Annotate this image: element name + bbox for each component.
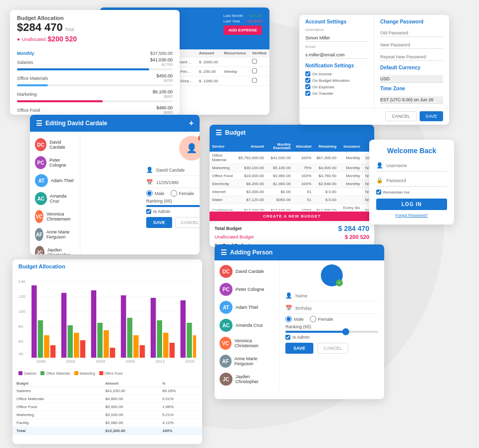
unallocated-amount: $ 200 520: [345, 234, 369, 240]
last-month-label: Last Month: [224, 13, 243, 18]
budget-unallocated-label: Unallocated: [22, 37, 46, 42]
edit-cancel-button[interactable]: CANCEL: [175, 217, 200, 228]
bt-col-remaining: Remaining: [314, 141, 339, 152]
notification-item[interactable]: On Transfer: [305, 91, 368, 96]
bt-col-amount: Amount: [236, 141, 266, 152]
change-password-title: Change Password: [380, 19, 443, 24]
chart-data-table: Budget Amount % Salaries $41,030.00 89.2…: [12, 380, 202, 435]
username-login-input[interactable]: [386, 163, 447, 168]
edit-save-button[interactable]: SAVE: [146, 217, 172, 228]
notification-item[interactable]: On Expense: [305, 84, 368, 89]
user-avatar: AT: [35, 174, 48, 187]
create-budget-button[interactable]: CREATE A NEW BUDGET: [210, 212, 374, 221]
new-password-input[interactable]: [380, 41, 443, 49]
password-login-input[interactable]: [386, 178, 447, 183]
chart-row: Total $12,300.00 100%: [12, 427, 202, 435]
new-name-input[interactable]: [295, 293, 378, 298]
svg-text:2016: 2016: [185, 359, 195, 364]
is-admin-checkbox[interactable]: [146, 209, 151, 214]
currency-select[interactable]: USDEURGBP: [380, 75, 443, 83]
notification-item[interactable]: On Income: [305, 71, 368, 76]
adding-user-name: David Cardale: [236, 269, 264, 274]
name-input[interactable]: [156, 168, 200, 173]
old-password-input[interactable]: [380, 29, 443, 37]
bt-col-insurance: Insurance: [339, 141, 362, 152]
budget-table-panel: ☰ Budget Service Amount Monthly Reachabl…: [210, 125, 374, 247]
adding-user-list-item[interactable]: JC Jayden Christopher: [215, 370, 279, 388]
ranking-slider[interactable]: [146, 205, 200, 207]
adding-user-avatar: AC: [220, 319, 233, 332]
new-gender-female-option[interactable]: Female: [310, 316, 333, 322]
user-list-item[interactable]: AF Anne Marie Ferguson: [30, 225, 80, 243]
hamburger-icon: ☰: [36, 119, 42, 127]
user-list-item[interactable]: JC Jayden Christopher: [30, 243, 80, 254]
adding-user-list-item[interactable]: AC Amanda Cruz: [215, 316, 279, 334]
svg-rect-17: [67, 325, 72, 358]
svg-text:80: 80: [18, 324, 23, 329]
svg-rect-16: [61, 293, 66, 358]
budget-month-label: Monthly: [17, 51, 34, 56]
user-list-item[interactable]: VC Veronica Christensen: [30, 208, 80, 225]
account-save-button[interactable]: SAVE: [420, 111, 443, 121]
ct-col-color: [85, 380, 101, 387]
new-is-admin-checkbox[interactable]: [285, 335, 290, 340]
remember-me-checkbox[interactable]: [376, 190, 381, 195]
adding-panel: ☰ Adding Person DC David Cardale PC Pete…: [215, 244, 384, 399]
add-expense-button[interactable]: ADD EXPENSE: [224, 25, 262, 35]
legend-item: Salaries: [18, 371, 36, 375]
bt-col-alloc: Allocated: [293, 141, 314, 152]
adding-user-name: Adam Thiel: [236, 305, 258, 310]
edit-avatar: 👤 ✕: [179, 136, 200, 161]
account-cancel-button[interactable]: CANCEL: [385, 111, 417, 121]
svg-rect-24: [121, 295, 126, 358]
new-gender-male-option[interactable]: Male: [285, 316, 304, 322]
adding-user-list-item[interactable]: AT Adam Thiel: [215, 298, 279, 316]
budget-row: Electricity $6,200.00 $1,060.00 100% $2,…: [210, 180, 374, 188]
login-button[interactable]: LOG IN: [376, 199, 447, 210]
adding-user-list-item[interactable]: DC David Cardale: [215, 262, 279, 280]
adding-user-list-item[interactable]: VC Veronica Christensen: [215, 334, 279, 352]
adding-user-list-item[interactable]: PC Peter Cologne: [215, 280, 279, 298]
adding-user-name: Jayden Christopher: [236, 374, 274, 384]
adding-save-button[interactable]: SAVE: [285, 343, 313, 354]
new-birthday-input[interactable]: [295, 306, 378, 311]
avatar-add-icon[interactable]: +: [336, 279, 343, 286]
user-name: Amanda Cruz: [50, 194, 75, 204]
new-ranking-slider[interactable]: [285, 331, 378, 333]
timezone-select[interactable]: EST (UTC-5:00) on Jun 26: [380, 96, 443, 104]
user-avatar: DC: [35, 138, 46, 151]
gender-male-option[interactable]: Male: [146, 190, 165, 197]
avatar-remove-button[interactable]: ✕: [198, 135, 200, 142]
col-amount: Amount: [196, 49, 221, 57]
svg-rect-19: [80, 340, 85, 358]
notification-item[interactable]: On Budget Allocation: [305, 78, 368, 83]
gender-female-option[interactable]: Female: [171, 190, 194, 197]
last-year-label: Last Year: [224, 19, 240, 23]
svg-rect-15: [50, 345, 55, 358]
forgot-password-link[interactable]: Forgot Password?: [376, 213, 447, 218]
budget-row: Internet $3,306.00 $0.00 61 $ 0.00 N/A: [210, 188, 374, 196]
svg-text:2002: 2002: [66, 359, 75, 364]
birthday-input[interactable]: [156, 180, 200, 185]
user-avatar: PC: [35, 156, 46, 169]
budget-unallocated-amount: $200 520: [48, 35, 77, 43]
budget-data-table: Service Amount Monthly Reachable Allocat…: [210, 141, 374, 211]
repeat-password-input[interactable]: [380, 53, 443, 61]
user-list-item[interactable]: AT Adam Thiel: [30, 172, 80, 190]
adding-user-name: Peter Cologne: [236, 287, 264, 292]
budget-month-amount: $37,500.00: [150, 51, 173, 56]
username-input[interactable]: [305, 34, 368, 42]
adding-user-avatar: AF: [220, 355, 232, 368]
svg-rect-23: [110, 348, 115, 358]
account-settings-title: Account Settings: [305, 19, 368, 24]
svg-text:2012: 2012: [155, 359, 165, 364]
user-list-item[interactable]: PC Peter Cologne: [30, 154, 80, 172]
email-input[interactable]: [305, 51, 368, 59]
add-user-icon[interactable]: +: [189, 119, 194, 128]
user-list-item[interactable]: DC David Cardale: [30, 136, 80, 154]
adding-user-list-item[interactable]: AF Anne Marie Ferguson: [215, 352, 279, 370]
svg-rect-34: [193, 335, 196, 358]
adding-cancel-button[interactable]: CANCEL: [317, 343, 349, 354]
notification-title: Notification Settings: [305, 63, 368, 68]
user-list-item[interactable]: AC Amanda Cruz: [30, 190, 80, 208]
